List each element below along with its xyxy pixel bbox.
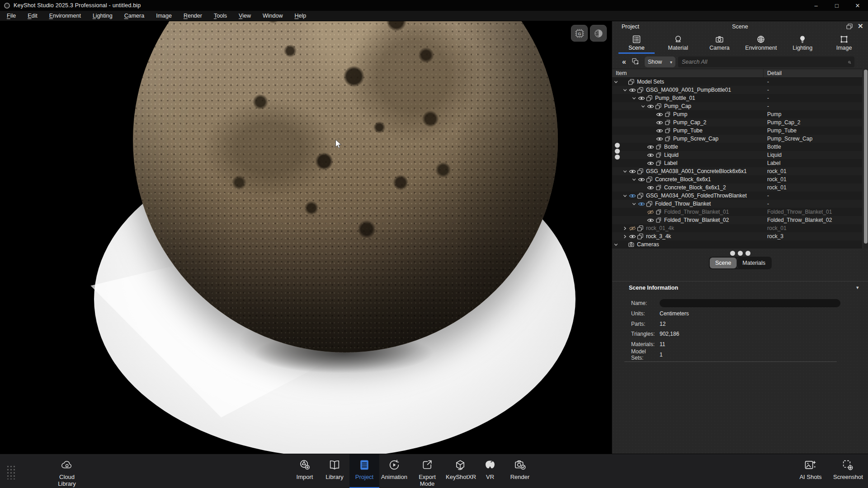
tab-scene[interactable]: Scene — [616, 33, 657, 53]
visibility-eye-icon[interactable] — [646, 145, 655, 150]
import-icon — [298, 458, 311, 472]
segment-scene[interactable]: Scene — [710, 258, 736, 268]
close-button[interactable]: ✕ — [847, 0, 868, 11]
visibility-eye-icon[interactable] — [637, 96, 646, 101]
menu-tools[interactable]: Tools — [208, 11, 233, 21]
tree-expand-chevron[interactable] — [622, 234, 628, 239]
tree-row[interactable]: Folded_Throw_Blanket - — [612, 200, 862, 208]
toolbar-project[interactable]: Project — [349, 454, 379, 488]
tree-expand-chevron[interactable] — [622, 88, 628, 93]
gpu-mode-button[interactable]: G — [571, 25, 588, 42]
search-input[interactable] — [682, 59, 848, 65]
menu-environment[interactable]: Environment — [43, 11, 87, 21]
tree-row[interactable]: Folded_Throw_Blanket_01 Folded_Throw_Bla… — [612, 208, 862, 216]
tree-expand-chevron[interactable] — [622, 193, 628, 198]
tab-lighting[interactable]: Lighting — [782, 33, 823, 53]
tree-expand-chevron[interactable] — [613, 80, 619, 84]
denoise-button[interactable] — [590, 25, 607, 42]
menu-image[interactable]: Image — [150, 11, 178, 21]
visibility-eye-icon[interactable] — [637, 177, 646, 182]
tree-row[interactable]: Concrete_Block_6x6x1 rock_01 — [612, 175, 862, 183]
undock-panel-icon[interactable] — [846, 23, 853, 31]
show-filter-dropdown[interactable]: Show ▾ — [645, 56, 675, 67]
toolbar-ai-shots[interactable]: AI Shots — [796, 454, 826, 488]
tree-row[interactable]: Pump Pump — [612, 110, 862, 118]
tree-row[interactable]: GSG_MA034_A005_FoldedThrowBlanket - — [612, 192, 862, 200]
tree-row[interactable]: Concrete_Block_6x6x1_2 rock_01 — [612, 183, 862, 192]
minimize-button[interactable]: – — [806, 0, 826, 11]
scene-name-input[interactable] — [660, 299, 840, 307]
visibility-eye-icon[interactable] — [646, 185, 655, 190]
tree-resize-handle[interactable] — [612, 251, 868, 256]
toolbar-render[interactable]: Render — [505, 454, 535, 488]
menu-window[interactable]: Window — [257, 11, 288, 21]
tree-expand-chevron[interactable] — [640, 104, 646, 109]
visibility-eye-icon[interactable] — [628, 234, 637, 239]
add-group-icon[interactable] — [632, 58, 639, 66]
menu-render[interactable]: Render — [178, 11, 208, 21]
tree-row[interactable]: Pump_Tube Pump_Tube — [612, 127, 862, 135]
tree-row[interactable]: Folded_Throw_Blanket_02 Folded_Throw_Bla… — [612, 216, 862, 224]
toolbar-export-mode[interactable]: Export Mode — [409, 454, 445, 488]
tab-material[interactable]: Material — [657, 33, 699, 53]
visibility-eye-icon[interactable] — [628, 193, 637, 198]
visibility-eye-icon[interactable] — [646, 153, 655, 158]
visibility-eye-icon[interactable] — [655, 128, 664, 133]
visibility-eye-icon[interactable] — [646, 218, 655, 223]
toolbar-library[interactable]: Library — [320, 454, 349, 488]
toolbar-import[interactable]: Import — [290, 454, 320, 488]
tree-expand-chevron[interactable] — [622, 226, 628, 231]
close-panel-icon[interactable]: ✕ — [858, 22, 863, 30]
visibility-eye-icon[interactable] — [655, 112, 664, 117]
menu-camera[interactable]: Camera — [118, 11, 150, 21]
menu-view[interactable]: View — [233, 11, 257, 21]
tree-expand-chevron[interactable] — [631, 202, 637, 206]
toolbar-cloud-library[interactable]: Cloud Library — [49, 454, 85, 488]
toolbar-keyshotxr[interactable]: KeyShotXR — [445, 454, 475, 488]
maximize-button[interactable]: □ — [826, 0, 847, 11]
visibility-eye-icon[interactable] — [655, 120, 664, 125]
realtime-viewport[interactable]: G — [0, 21, 612, 454]
panel-splitter-handle[interactable] — [615, 143, 620, 160]
tree-row[interactable]: Cameras — [612, 240, 862, 249]
visibility-eye-icon[interactable] — [646, 104, 655, 109]
visibility-eye-icon[interactable] — [637, 202, 646, 206]
visibility-eye-icon[interactable] — [628, 226, 637, 231]
tree-row[interactable]: Liquid Liquid — [612, 151, 862, 159]
tree-row[interactable]: Pump_Cap - — [612, 102, 862, 110]
visibility-eye-icon[interactable] — [655, 136, 664, 141]
menu-file[interactable]: File — [1, 11, 22, 21]
tree-row[interactable]: GSG_MA038_A001_ConcreteBlock6x6x1 rock_0… — [612, 167, 862, 175]
tab-environment[interactable]: Environment — [740, 33, 782, 53]
tree-row[interactable]: Bottle Bottle — [612, 143, 862, 151]
segment-materials[interactable]: Materials — [736, 258, 771, 268]
collapse-all-icon[interactable]: « — [622, 58, 625, 66]
menu-lighting[interactable]: Lighting — [87, 11, 118, 21]
menu-help[interactable]: Help — [288, 11, 312, 21]
tree-expand-chevron[interactable] — [622, 169, 628, 174]
collapse-section-icon[interactable]: ▾ — [856, 285, 859, 291]
visibility-eye-icon[interactable] — [628, 169, 637, 174]
tree-row[interactable]: Pump_Screw_Cap Pump_Screw_Cap — [612, 135, 862, 143]
tree-row[interactable]: Model Sets - — [612, 78, 862, 86]
visibility-eye-icon[interactable] — [628, 88, 637, 93]
toolbar-animation[interactable]: Animation — [379, 454, 409, 488]
tree-row[interactable]: Pump_Cap_2 Pump_Cap_2 — [612, 118, 862, 127]
toolbar-vr[interactable]: VR — [475, 454, 505, 488]
tree-expand-chevron[interactable] — [631, 96, 637, 101]
menu-edit[interactable]: Edit — [22, 11, 43, 21]
visibility-eye-icon[interactable] — [646, 210, 655, 215]
tree-row[interactable]: GSG_MA009_A001_PumpBottle01 - — [612, 86, 862, 94]
tree-expand-chevron[interactable] — [613, 242, 619, 247]
toolbar-screenshot[interactable]: Screenshot — [833, 454, 863, 488]
tab-camera[interactable]: Camera — [699, 33, 741, 53]
tree-row[interactable]: Label Label — [612, 159, 862, 167]
toolbar-drag-handle[interactable] — [6, 465, 16, 479]
visibility-eye-icon[interactable] — [646, 161, 655, 166]
tree-row[interactable]: Pump_Bottle_01 - — [612, 94, 862, 102]
tab-image[interactable]: Image — [823, 33, 865, 53]
tree-row[interactable]: rock_3_4k rock_3 — [612, 232, 862, 240]
tree-scrollbar[interactable] — [863, 69, 868, 249]
tree-expand-chevron[interactable] — [631, 177, 637, 182]
tree-row[interactable]: rock_01_4k rock_01 — [612, 224, 862, 232]
